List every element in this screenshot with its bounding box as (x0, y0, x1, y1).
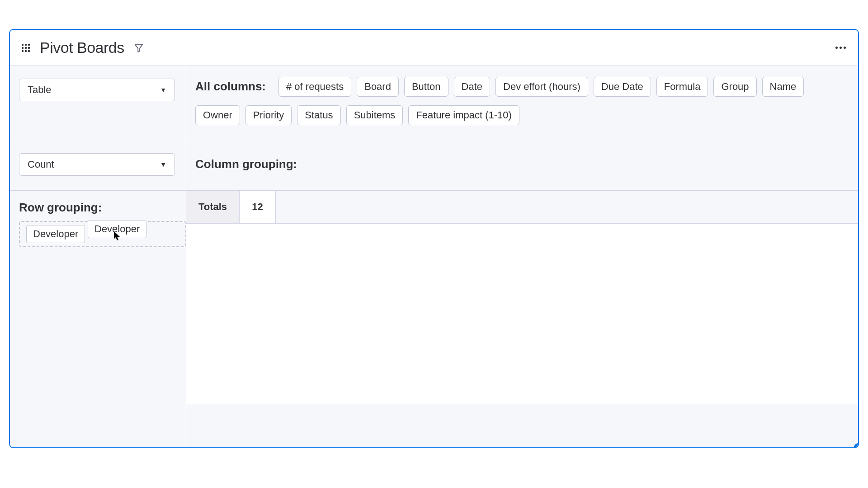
widget-header-left: Pivot Boards (21, 39, 144, 56)
column-chip[interactable]: Button (404, 77, 448, 97)
config-right-column: All columns: # of requests Board Button … (186, 66, 858, 447)
aggregation-select[interactable]: Count ▼ (19, 153, 175, 176)
column-chip[interactable]: # of requests (278, 77, 351, 97)
aggregation-row: Count ▼ (10, 138, 186, 191)
resize-handle[interactable] (854, 443, 859, 448)
all-columns-section: All columns: # of requests Board Button … (186, 66, 858, 138)
column-chip[interactable]: Formula (656, 77, 708, 97)
pivot-widget-frame: Pivot Boards Table ▼ Count ▼ (9, 29, 859, 448)
column-chip[interactable]: Owner (195, 105, 240, 125)
filter-icon[interactable] (133, 42, 144, 53)
view-type-value: Table (28, 84, 52, 96)
column-grouping-label: Column grouping: (195, 157, 297, 171)
column-chip[interactable]: Feature impact (1-10) (408, 105, 519, 125)
column-chip[interactable]: Due Date (594, 77, 651, 97)
row-group-chip[interactable]: Developer (26, 225, 85, 243)
config-left-column: Table ▼ Count ▼ Row grouping: Developer … (10, 66, 186, 447)
drag-handle-icon[interactable] (21, 43, 31, 53)
row-grouping-label: Row grouping: (19, 201, 177, 215)
results-body (186, 224, 858, 404)
view-type-select[interactable]: Table ▼ (19, 79, 175, 101)
more-menu-icon[interactable] (834, 41, 847, 55)
aggregation-value: Count (28, 159, 54, 170)
results-header-row: Totals 12 (186, 191, 858, 224)
widget-header: Pivot Boards (10, 30, 858, 66)
chevron-down-icon: ▼ (160, 86, 166, 94)
column-chip[interactable]: Name (762, 77, 804, 97)
svg-marker-0 (135, 44, 143, 52)
widget-title[interactable]: Pivot Boards (40, 39, 124, 56)
widget-body: Table ▼ Count ▼ Row grouping: Developer … (10, 66, 858, 447)
column-chip[interactable]: Dev effort (hours) (495, 77, 588, 97)
chevron-down-icon: ▼ (160, 161, 166, 168)
totals-value-cell: 12 (240, 191, 276, 223)
column-chip[interactable]: Status (297, 105, 340, 125)
column-chip[interactable]: Priority (245, 105, 292, 125)
column-chip[interactable]: Subitems (346, 105, 403, 125)
totals-label-cell: Totals (186, 191, 240, 223)
column-chip[interactable]: Board (357, 77, 399, 97)
row-grouping-dropzone[interactable]: Developer Developer (19, 221, 186, 247)
column-chip[interactable]: Date (454, 77, 490, 97)
view-type-row: Table ▼ (10, 66, 186, 138)
row-grouping-section: Row grouping: Developer Developer (10, 191, 186, 261)
all-columns-label: All columns: (195, 80, 266, 94)
dragging-chip-ghost[interactable]: Developer (88, 220, 146, 238)
column-grouping-section[interactable]: Column grouping: (186, 138, 858, 191)
column-chip[interactable]: Group (713, 77, 756, 97)
